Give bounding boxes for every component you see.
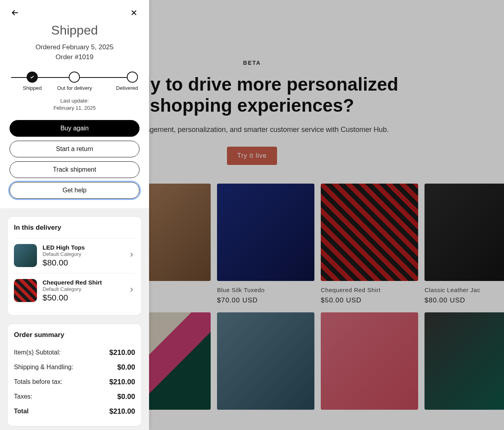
order-status-title: Shipped bbox=[10, 23, 140, 38]
close-icon bbox=[130, 8, 138, 17]
try-live-button[interactable]: Try it live bbox=[227, 147, 277, 165]
delivery-item[interactable]: LED High Tops Default Category $80.00 bbox=[14, 238, 135, 273]
product-image bbox=[217, 312, 314, 410]
product-price: $70.00 USD bbox=[217, 296, 314, 304]
item-price: $50.00 bbox=[43, 293, 122, 302]
progress-dot bbox=[127, 72, 138, 83]
item-thumbnail bbox=[14, 279, 37, 302]
summary-title: Order summary bbox=[14, 331, 135, 339]
progress-label: Out for delivery bbox=[57, 85, 92, 91]
product-card[interactable] bbox=[217, 312, 314, 415]
ordered-date: Ordered February 5, 2025 bbox=[10, 43, 140, 52]
product-card[interactable]: Classic Leather Jac $80.00 USD bbox=[425, 184, 504, 304]
back-button[interactable] bbox=[10, 7, 21, 18]
item-name: LED High Tops bbox=[43, 244, 122, 251]
progress-step-out-for-delivery: Out for delivery bbox=[53, 72, 95, 91]
action-buttons: Buy again Start a return Track shipment … bbox=[10, 120, 140, 199]
chevron-right-icon bbox=[128, 251, 135, 260]
item-name: Chequered Red Shirt bbox=[43, 279, 122, 286]
summary-row-before-tax: Totals before tax: $210.00 bbox=[14, 375, 135, 389]
summary-label: Item(s) Subtotal: bbox=[14, 349, 60, 356]
product-image bbox=[425, 184, 504, 281]
item-info: LED High Tops Default Category $80.00 bbox=[43, 244, 122, 267]
order-number: Order #1019 bbox=[10, 52, 140, 62]
progress-dot bbox=[69, 72, 80, 83]
progress-label: Delivered bbox=[116, 85, 138, 91]
summary-label: Total bbox=[14, 408, 29, 415]
product-image bbox=[217, 184, 314, 281]
get-help-button[interactable]: Get help bbox=[10, 182, 140, 199]
product-price: $50.00 USD bbox=[321, 296, 418, 304]
panel-nav bbox=[10, 7, 140, 18]
buy-again-button[interactable]: Buy again bbox=[10, 120, 140, 137]
progress-dot bbox=[27, 72, 38, 83]
order-panel: Shipped Ordered February 5, 2025 Order #… bbox=[0, 0, 149, 430]
product-card[interactable] bbox=[425, 312, 504, 415]
product-name: Chequered Red Shirt bbox=[321, 287, 418, 293]
item-category: Default Category bbox=[43, 251, 122, 257]
delivery-card: In this delivery LED High Tops Default C… bbox=[7, 216, 142, 316]
product-price: $80.00 USD bbox=[425, 296, 504, 304]
summary-label: Shipping & Handling: bbox=[14, 364, 73, 371]
product-card[interactable] bbox=[321, 312, 418, 415]
start-return-button[interactable]: Start a return bbox=[10, 141, 140, 157]
track-shipment-button[interactable]: Track shipment bbox=[10, 161, 140, 178]
summary-row-taxes: Taxes: $0.00 bbox=[14, 389, 135, 404]
product-name: Blue Silk Tuxedo bbox=[217, 287, 314, 293]
progress-label: Shipped bbox=[23, 85, 42, 91]
summary-value: $210.00 bbox=[109, 407, 135, 416]
arrow-left-icon bbox=[10, 8, 20, 17]
item-info: Chequered Red Shirt Default Category $50… bbox=[43, 279, 122, 302]
order-meta: Ordered February 5, 2025 Order #1019 bbox=[10, 43, 140, 62]
product-card[interactable]: Blue Silk Tuxedo $70.00 USD bbox=[217, 184, 314, 304]
summary-label: Taxes: bbox=[14, 393, 32, 400]
summary-row-shipping: Shipping & Handling: $0.00 bbox=[14, 360, 135, 375]
summary-value: $0.00 bbox=[117, 363, 135, 372]
product-card[interactable]: Chequered Red Shirt $50.00 USD bbox=[321, 184, 418, 304]
product-image bbox=[321, 312, 418, 410]
item-category: Default Category bbox=[43, 286, 122, 292]
product-image bbox=[425, 312, 504, 410]
summary-value: $210.00 bbox=[109, 378, 135, 386]
summary-value: $210.00 bbox=[109, 349, 135, 357]
item-price: $80.00 bbox=[43, 258, 122, 267]
progress-step-delivered: Delivered bbox=[96, 72, 138, 91]
last-update-label: Last update: bbox=[10, 97, 140, 105]
check-icon bbox=[29, 74, 35, 80]
shipment-progress: Shipped Out for delivery Delivered bbox=[10, 72, 140, 91]
delivery-card-title: In this delivery bbox=[14, 224, 135, 232]
product-name: Classic Leather Jac bbox=[425, 287, 504, 293]
summary-label: Totals before tax: bbox=[14, 378, 62, 385]
summary-value: $0.00 bbox=[117, 393, 135, 401]
last-update: Last update: February 11, 2025 bbox=[10, 97, 140, 112]
close-button[interactable] bbox=[128, 7, 140, 18]
chevron-right-icon bbox=[128, 286, 135, 295]
summary-row-subtotal: Item(s) Subtotal: $210.00 bbox=[14, 345, 135, 360]
progress-step-shipped: Shipped bbox=[11, 72, 53, 91]
last-update-date: February 11, 2025 bbox=[10, 105, 140, 112]
product-image bbox=[321, 184, 418, 281]
summary-row-total: Total $210.00 bbox=[14, 404, 135, 419]
item-thumbnail bbox=[14, 244, 37, 267]
order-summary-card: Order summary Item(s) Subtotal: $210.00 … bbox=[7, 323, 142, 426]
panel-header-section: Shipped Ordered February 5, 2025 Order #… bbox=[0, 0, 149, 208]
delivery-item[interactable]: Chequered Red Shirt Default Category $50… bbox=[14, 273, 135, 308]
